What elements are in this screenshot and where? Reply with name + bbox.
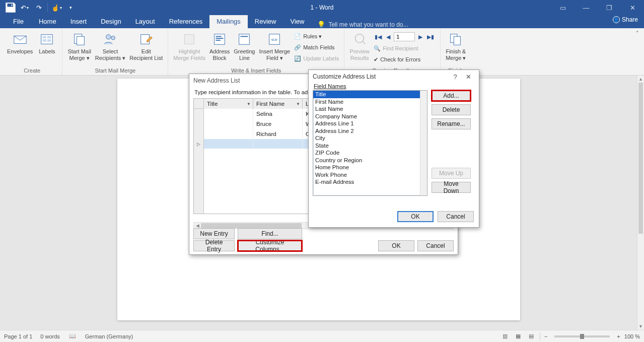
customize-columns-button[interactable]: Customize Columns... <box>238 240 302 251</box>
last-record-icon[interactable]: ▶▮ <box>426 34 435 40</box>
touch-mode-icon[interactable]: ☝▾ <box>50 2 63 14</box>
vertical-scrollbar[interactable]: ▲ ▼ <box>637 76 644 330</box>
field-item[interactable]: First Name <box>313 98 427 106</box>
scroll-up-icon[interactable]: ▲ <box>637 76 644 83</box>
delete-entry-button[interactable]: Delete Entry <box>193 240 235 251</box>
tab-view[interactable]: View <box>283 15 311 28</box>
field-item[interactable]: Work Phone <box>313 171 427 179</box>
help-button[interactable]: ? <box>449 73 462 81</box>
field-item[interactable]: City <box>313 134 427 142</box>
address-block-button[interactable]: Address Block <box>207 30 232 66</box>
grid-cell[interactable]: Selina <box>253 109 303 119</box>
field-item[interactable]: E-mail Address <box>313 178 427 186</box>
undo-icon[interactable]: ↶▾ <box>18 2 31 14</box>
field-item[interactable]: Last Name <box>313 105 427 113</box>
check-errors-button[interactable]: ✔Check for Errors <box>374 54 435 64</box>
column-header-firstname[interactable]: First Name▼ <box>253 99 303 109</box>
spellcheck-icon[interactable]: 📖 <box>68 332 77 341</box>
finish-merge-button[interactable]: Finish & Merge ▾ <box>444 30 468 66</box>
grid-cell[interactable] <box>204 109 253 119</box>
envelopes-button[interactable]: Envelopes <box>5 30 35 66</box>
save-icon[interactable] <box>4 2 17 14</box>
cancel-button[interactable]: Cancel <box>438 211 474 222</box>
tab-insert[interactable]: Insert <box>63 15 94 28</box>
field-item[interactable]: Company Name <box>313 113 427 120</box>
word-count[interactable]: 0 words <box>40 333 60 339</box>
svg-rect-16 <box>239 34 250 45</box>
grid-cell[interactable] <box>204 119 253 129</box>
new-entry-button[interactable]: New Entry <box>193 228 235 239</box>
rules-button[interactable]: 📄Rules ▾ <box>294 31 339 41</box>
list-scrollbar[interactable] <box>420 91 427 195</box>
language-indicator[interactable]: German (Germany) <box>85 333 133 339</box>
tab-file[interactable]: File <box>5 15 32 28</box>
scroll-down-icon[interactable]: ▼ <box>637 323 644 330</box>
check-icon: ✔ <box>374 56 378 63</box>
grid-cell[interactable] <box>204 129 253 139</box>
print-layout-icon[interactable]: ▦ <box>514 332 523 341</box>
page-indicator[interactable]: Page 1 of 1 <box>4 333 32 339</box>
grid-cell[interactable]: Richard <box>253 129 303 139</box>
insert-merge-field-button[interactable]: «»Insert Merge Field ▾ <box>257 30 292 66</box>
tab-home[interactable]: Home <box>32 15 63 28</box>
record-number-input[interactable] <box>394 32 415 41</box>
zoom-percent[interactable]: 100 % <box>624 333 640 339</box>
ok-button[interactable]: OK <box>397 211 434 222</box>
labels-button[interactable]: Labels <box>35 30 59 66</box>
field-names-list[interactable]: TitleFirst NameLast NameCompany NameAddr… <box>313 90 427 196</box>
redo-icon[interactable]: ↷ <box>32 2 45 14</box>
next-record-icon[interactable]: ▶ <box>416 34 425 40</box>
dropdown-icon[interactable]: ▼ <box>247 102 251 106</box>
collapse-ribbon-icon[interactable]: ˄ <box>636 30 639 37</box>
first-record-icon[interactable]: ▮◀ <box>374 34 383 40</box>
ribbon-display-options[interactable]: ▭ <box>551 0 575 15</box>
scroll-thumb[interactable] <box>638 83 643 234</box>
cancel-button[interactable]: Cancel <box>417 240 454 251</box>
minimize-button[interactable]: — <box>575 0 598 15</box>
move-down-button[interactable]: Move Down <box>432 182 471 193</box>
scroll-thumb[interactable] <box>201 223 302 228</box>
match-fields-button[interactable]: 🔗Match Fields <box>294 42 339 52</box>
select-recipients-button[interactable]: Select Recipients ▾ <box>93 30 127 66</box>
dropdown-icon[interactable]: ▼ <box>296 102 300 106</box>
find-button[interactable]: Find... <box>238 228 302 239</box>
grid-cell[interactable] <box>204 139 253 149</box>
prev-record-icon[interactable]: ◀ <box>384 34 393 40</box>
ok-button[interactable]: OK <box>378 240 414 251</box>
field-item[interactable]: State <box>313 142 427 150</box>
zoom-in-button[interactable]: + <box>617 333 620 339</box>
start-mail-merge-button[interactable]: Start Mail Merge ▾ <box>65 30 93 66</box>
zoom-out-button[interactable]: − <box>544 333 547 339</box>
share-button[interactable]: 👤Share <box>613 16 638 23</box>
rename-button[interactable]: Rename... <box>432 118 471 129</box>
field-item[interactable]: Title <box>313 91 427 98</box>
add-button[interactable]: Add... <box>432 90 471 101</box>
restore-button[interactable]: ❐ <box>598 0 621 15</box>
field-item[interactable]: Address Line 2 <box>313 127 427 135</box>
tab-references[interactable]: References <box>162 15 209 28</box>
close-button[interactable]: ✕ <box>462 73 475 81</box>
grid-cell[interactable]: Bruce <box>253 119 303 129</box>
web-layout-icon[interactable]: ▤ <box>527 332 536 341</box>
delete-button[interactable]: Delete <box>432 104 471 115</box>
field-item[interactable]: ZIP Code <box>313 149 427 157</box>
zoom-slider[interactable] <box>554 335 610 337</box>
close-button[interactable]: ✕ <box>621 0 644 15</box>
greeting-line-button[interactable]: Greeting Line <box>232 30 257 66</box>
read-mode-icon[interactable]: ▥ <box>500 332 510 341</box>
column-header-title[interactable]: Title▼ <box>204 99 253 109</box>
record-navigator[interactable]: ▮◀ ◀ ▶ ▶▮ <box>374 31 435 42</box>
tell-me-search[interactable]: 💡Tell me what you want to do... <box>311 21 408 28</box>
tab-design[interactable]: Design <box>94 15 128 28</box>
tab-layout[interactable]: Layout <box>128 15 162 28</box>
tab-review[interactable]: Review <box>248 15 283 28</box>
ribbon: ˄ Envelopes Labels Create Start Mail Mer… <box>0 28 644 76</box>
scroll-left-icon[interactable]: ◀ <box>194 223 201 228</box>
field-item[interactable]: Home Phone <box>313 164 427 171</box>
qat-customize-icon[interactable]: ▾ <box>64 2 77 14</box>
field-item[interactable]: Country or Region <box>313 157 427 164</box>
grid-cell[interactable] <box>253 139 303 149</box>
tab-mailings[interactable]: Mailings <box>209 15 248 28</box>
field-item[interactable]: Address Line 1 <box>313 120 427 127</box>
edit-recipient-list-button[interactable]: Edit Recipient List <box>127 30 165 66</box>
